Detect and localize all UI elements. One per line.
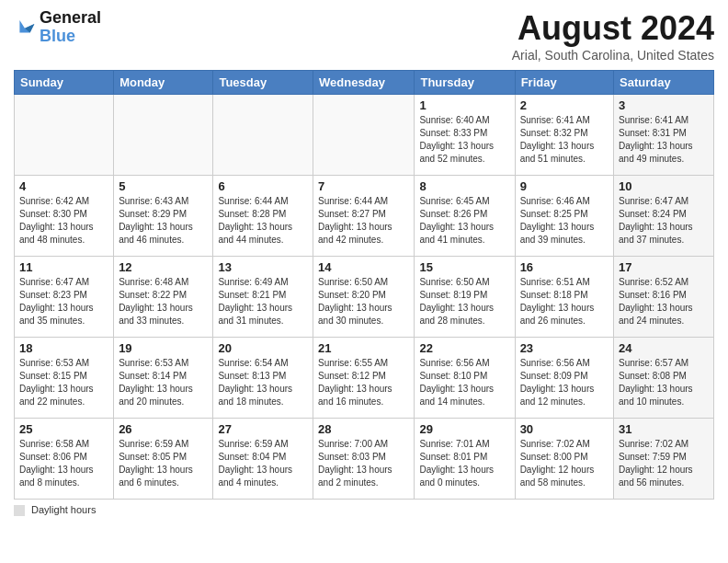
day-cell: 4Sunrise: 6:42 AM Sunset: 8:30 PM Daylig… — [15, 176, 114, 257]
day-number: 10 — [619, 179, 709, 193]
header-row: Sunday Monday Tuesday Wednesday Thursday… — [15, 71, 714, 95]
day-cell: 22Sunrise: 6:56 AM Sunset: 8:10 PM Dayli… — [415, 338, 515, 419]
day-number: 22 — [419, 341, 509, 355]
day-number: 20 — [218, 341, 308, 355]
week-row-3: 11Sunrise: 6:47 AM Sunset: 8:23 PM Dayli… — [15, 257, 714, 338]
day-cell: 2Sunrise: 6:41 AM Sunset: 8:32 PM Daylig… — [515, 95, 613, 176]
day-info: Sunrise: 6:46 AM Sunset: 8:25 PM Dayligh… — [520, 195, 609, 247]
day-number: 30 — [520, 422, 609, 436]
footer-label: Daylight hours — [31, 504, 96, 515]
day-info: Sunrise: 6:56 AM Sunset: 8:10 PM Dayligh… — [419, 357, 509, 408]
logo-blue: Blue — [40, 28, 101, 46]
day-info: Sunrise: 6:40 AM Sunset: 8:33 PM Dayligh… — [419, 114, 509, 166]
day-cell: 31Sunrise: 7:02 AM Sunset: 7:59 PM Dayli… — [614, 419, 714, 500]
day-info: Sunrise: 6:41 AM Sunset: 8:32 PM Dayligh… — [520, 114, 609, 166]
day-info: Sunrise: 6:47 AM Sunset: 8:24 PM Dayligh… — [619, 195, 709, 247]
day-number: 6 — [218, 179, 308, 193]
day-cell: 15Sunrise: 6:50 AM Sunset: 8:19 PM Dayli… — [415, 257, 515, 338]
th-sunday: Sunday — [15, 71, 114, 95]
day-number: 28 — [318, 422, 409, 436]
day-number: 31 — [619, 422, 709, 436]
day-cell: 27Sunrise: 6:59 AM Sunset: 8:04 PM Dayli… — [213, 419, 313, 500]
page: General Blue August 2024 Arial, South Ca… — [0, 0, 728, 563]
day-info: Sunrise: 6:54 AM Sunset: 8:13 PM Dayligh… — [218, 357, 308, 408]
day-cell: 30Sunrise: 7:02 AM Sunset: 8:00 PM Dayli… — [515, 419, 613, 500]
day-number: 5 — [119, 179, 208, 193]
week-row-1: 1Sunrise: 6:40 AM Sunset: 8:33 PM Daylig… — [15, 95, 714, 176]
main-title: August 2024 — [512, 9, 714, 48]
day-cell: 11Sunrise: 6:47 AM Sunset: 8:23 PM Dayli… — [15, 257, 114, 338]
logo: General Blue — [14, 9, 101, 46]
day-info: Sunrise: 6:42 AM Sunset: 8:30 PM Dayligh… — [19, 195, 108, 247]
day-info: Sunrise: 6:51 AM Sunset: 8:18 PM Dayligh… — [520, 276, 609, 327]
day-number: 19 — [119, 341, 208, 355]
day-number: 14 — [318, 260, 409, 274]
day-number: 25 — [19, 422, 108, 436]
day-cell: 1Sunrise: 6:40 AM Sunset: 8:33 PM Daylig… — [415, 95, 515, 176]
day-cell: 21Sunrise: 6:55 AM Sunset: 8:12 PM Dayli… — [313, 338, 415, 419]
day-info: Sunrise: 6:53 AM Sunset: 8:15 PM Dayligh… — [19, 357, 108, 408]
day-cell — [114, 95, 213, 176]
day-cell: 16Sunrise: 6:51 AM Sunset: 8:18 PM Dayli… — [515, 257, 613, 338]
day-cell: 19Sunrise: 6:53 AM Sunset: 8:14 PM Dayli… — [114, 338, 213, 419]
day-number: 1 — [419, 98, 509, 112]
day-number: 21 — [318, 341, 409, 355]
day-cell: 23Sunrise: 6:56 AM Sunset: 8:09 PM Dayli… — [515, 338, 613, 419]
day-info: Sunrise: 7:01 AM Sunset: 8:01 PM Dayligh… — [419, 438, 509, 489]
day-cell: 18Sunrise: 6:53 AM Sunset: 8:15 PM Dayli… — [15, 338, 114, 419]
day-cell: 20Sunrise: 6:54 AM Sunset: 8:13 PM Dayli… — [213, 338, 313, 419]
day-info: Sunrise: 6:44 AM Sunset: 8:28 PM Dayligh… — [218, 195, 308, 247]
day-number: 12 — [119, 260, 208, 274]
day-info: Sunrise: 6:50 AM Sunset: 8:19 PM Dayligh… — [419, 276, 509, 327]
day-number: 29 — [419, 422, 509, 436]
day-number: 18 — [19, 341, 108, 355]
logo-general: General — [40, 9, 101, 28]
week-row-2: 4Sunrise: 6:42 AM Sunset: 8:30 PM Daylig… — [15, 176, 714, 257]
day-number: 7 — [318, 179, 409, 193]
footer: Daylight hours — [14, 504, 714, 516]
day-number: 17 — [619, 260, 709, 274]
day-number: 24 — [619, 341, 709, 355]
day-number: 4 — [19, 179, 108, 193]
day-info: Sunrise: 7:02 AM Sunset: 8:00 PM Dayligh… — [520, 438, 609, 489]
day-cell — [313, 95, 415, 176]
day-number: 23 — [520, 341, 609, 355]
day-cell: 6Sunrise: 6:44 AM Sunset: 8:28 PM Daylig… — [213, 176, 313, 257]
day-cell: 26Sunrise: 6:59 AM Sunset: 8:05 PM Dayli… — [114, 419, 213, 500]
day-info: Sunrise: 6:49 AM Sunset: 8:21 PM Dayligh… — [218, 276, 308, 327]
day-info: Sunrise: 6:45 AM Sunset: 8:26 PM Dayligh… — [419, 195, 509, 247]
day-number: 27 — [218, 422, 308, 436]
day-number: 26 — [119, 422, 208, 436]
day-cell: 25Sunrise: 6:58 AM Sunset: 8:06 PM Dayli… — [15, 419, 114, 500]
title-section: August 2024 Arial, South Carolina, Unite… — [512, 9, 714, 63]
day-info: Sunrise: 6:52 AM Sunset: 8:16 PM Dayligh… — [619, 276, 709, 327]
day-cell: 17Sunrise: 6:52 AM Sunset: 8:16 PM Dayli… — [614, 257, 714, 338]
day-info: Sunrise: 6:58 AM Sunset: 8:06 PM Dayligh… — [19, 438, 108, 489]
day-cell: 14Sunrise: 6:50 AM Sunset: 8:20 PM Dayli… — [313, 257, 415, 338]
day-cell: 10Sunrise: 6:47 AM Sunset: 8:24 PM Dayli… — [614, 176, 714, 257]
day-info: Sunrise: 6:44 AM Sunset: 8:27 PM Dayligh… — [318, 195, 409, 247]
day-cell: 5Sunrise: 6:43 AM Sunset: 8:29 PM Daylig… — [114, 176, 213, 257]
day-cell: 13Sunrise: 6:49 AM Sunset: 8:21 PM Dayli… — [213, 257, 313, 338]
day-info: Sunrise: 6:47 AM Sunset: 8:23 PM Dayligh… — [19, 276, 108, 327]
day-cell — [15, 95, 114, 176]
day-info: Sunrise: 6:43 AM Sunset: 8:29 PM Dayligh… — [119, 195, 208, 247]
day-info: Sunrise: 6:57 AM Sunset: 8:08 PM Dayligh… — [619, 357, 709, 408]
th-monday: Monday — [114, 71, 213, 95]
day-info: Sunrise: 6:53 AM Sunset: 8:14 PM Dayligh… — [119, 357, 208, 408]
logo-text: General Blue — [40, 9, 101, 46]
th-saturday: Saturday — [614, 71, 714, 95]
header: General Blue August 2024 Arial, South Ca… — [14, 9, 714, 63]
day-number: 13 — [218, 260, 308, 274]
day-cell: 3Sunrise: 6:41 AM Sunset: 8:31 PM Daylig… — [614, 95, 714, 176]
day-number: 8 — [419, 179, 509, 193]
day-info: Sunrise: 6:50 AM Sunset: 8:20 PM Dayligh… — [318, 276, 409, 327]
day-cell — [213, 95, 313, 176]
day-cell: 12Sunrise: 6:48 AM Sunset: 8:22 PM Dayli… — [114, 257, 213, 338]
day-info: Sunrise: 6:55 AM Sunset: 8:12 PM Dayligh… — [318, 357, 409, 408]
day-cell: 7Sunrise: 6:44 AM Sunset: 8:27 PM Daylig… — [313, 176, 415, 257]
day-number: 11 — [19, 260, 108, 274]
day-number: 15 — [419, 260, 509, 274]
th-thursday: Thursday — [415, 71, 515, 95]
day-cell: 9Sunrise: 6:46 AM Sunset: 8:25 PM Daylig… — [515, 176, 613, 257]
